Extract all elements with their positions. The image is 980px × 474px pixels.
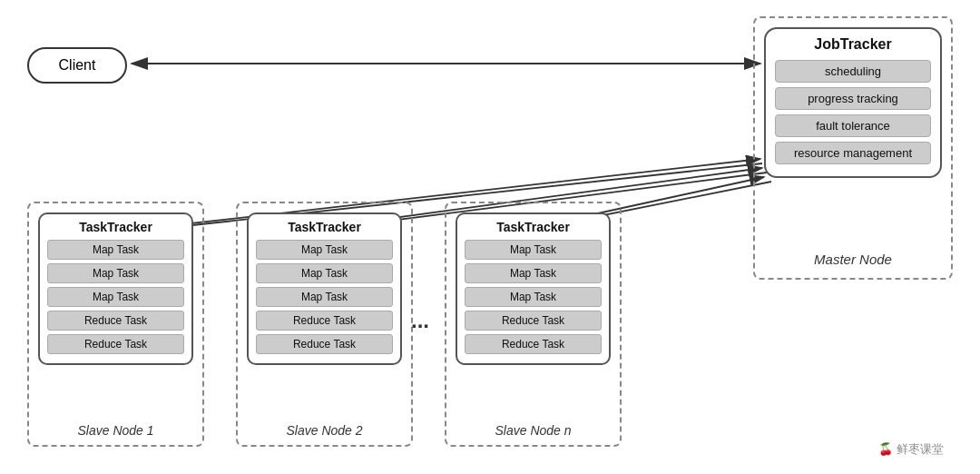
slave-node-1: TaskTracker Map Task Map Task Map Task R… <box>27 202 204 447</box>
tt-item-n-2: Map Task <box>465 287 602 307</box>
tt-item-2-3: Reduce Task <box>256 311 393 331</box>
tt-item-2-0: Map Task <box>256 240 393 260</box>
tt-item-n-1: Map Task <box>465 263 602 283</box>
slave-node-2-label: Slave Node 2 <box>238 423 411 438</box>
slave-node-2: TaskTracker Map Task Map Task Map Task R… <box>236 202 413 447</box>
task-tracker-box-n: TaskTracker Map Task Map Task Map Task R… <box>456 212 611 365</box>
tt-title-n: TaskTracker <box>465 220 602 234</box>
client-label: Client <box>59 57 96 74</box>
tt-item-n-4: Reduce Task <box>465 334 602 354</box>
jt-item-resource: resource management <box>775 142 931 164</box>
tt-item-1-0: Map Task <box>47 240 184 260</box>
tt-item-2-4: Reduce Task <box>256 334 393 354</box>
master-node-label: Master Node <box>755 252 951 267</box>
tt-item-n-3: Reduce Task <box>465 311 602 331</box>
jt-item-fault: fault tolerance <box>775 114 931 137</box>
job-tracker-box: JobTracker scheduling progress tracking … <box>764 27 942 178</box>
slave-node-1-label: Slave Node 1 <box>29 423 202 438</box>
job-tracker-title: JobTracker <box>775 36 931 53</box>
jt-item-scheduling: scheduling <box>775 60 931 83</box>
watermark: 🍒 鲜枣课堂 <box>878 441 944 458</box>
ellipsis: ... <box>411 308 429 333</box>
tt-item-2-2: Map Task <box>256 287 393 307</box>
task-tracker-box-2: TaskTracker Map Task Map Task Map Task R… <box>247 212 402 365</box>
tt-title-1: TaskTracker <box>47 220 184 234</box>
jt-item-progress: progress tracking <box>775 87 931 110</box>
slave-node-n: TaskTracker Map Task Map Task Map Task R… <box>445 202 622 447</box>
master-node: JobTracker scheduling progress tracking … <box>753 16 953 280</box>
client-box: Client <box>27 47 127 84</box>
tt-item-1-4: Reduce Task <box>47 334 184 354</box>
tt-item-1-2: Map Task <box>47 287 184 307</box>
tt-item-1-3: Reduce Task <box>47 311 184 331</box>
tt-item-2-1: Map Task <box>256 263 393 283</box>
diagram-container: Client JobTracker scheduling progress tr… <box>0 0 980 474</box>
slave-node-n-label: Slave Node n <box>446 423 620 438</box>
tt-title-2: TaskTracker <box>256 220 393 234</box>
tt-item-1-1: Map Task <box>47 263 184 283</box>
tt-item-n-0: Map Task <box>465 240 602 260</box>
task-tracker-box-1: TaskTracker Map Task Map Task Map Task R… <box>38 212 193 365</box>
